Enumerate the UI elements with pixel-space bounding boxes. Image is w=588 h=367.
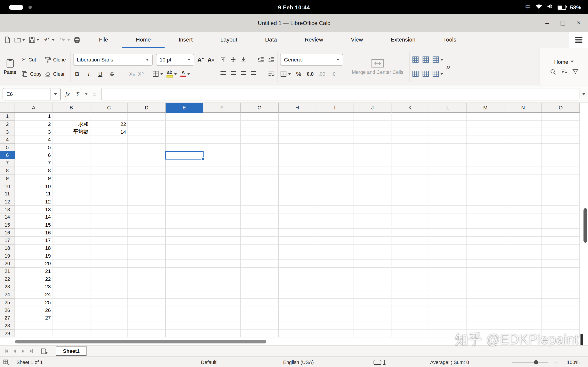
cell-L1[interactable] [429, 113, 467, 120]
cell-M12[interactable] [467, 198, 504, 206]
align-left-button[interactable] [220, 70, 226, 77]
cell-I2[interactable] [316, 120, 354, 128]
ribbon-overflow-button[interactable]: » [443, 48, 453, 85]
highlight-color-button[interactable]: ab [166, 70, 177, 77]
cell-J9[interactable] [354, 175, 391, 183]
row-header-15[interactable]: 15 [0, 221, 15, 229]
cell-K3[interactable] [391, 128, 429, 136]
cell-F11[interactable] [203, 190, 241, 198]
menu-hamburger-button[interactable] [569, 32, 588, 48]
cell-A21[interactable]: 21 [15, 268, 52, 275]
cell-B13[interactable] [52, 206, 90, 214]
cell-E13[interactable] [166, 206, 203, 214]
cell-D3[interactable] [128, 128, 166, 136]
row-header-22[interactable]: 22 [0, 275, 15, 283]
cell-L20[interactable] [429, 260, 467, 268]
cell-D6[interactable] [128, 151, 166, 159]
cell-J15[interactable] [354, 221, 391, 229]
cell-B15[interactable] [52, 221, 90, 229]
decrease-indent-button[interactable] [268, 56, 275, 63]
cell-G12[interactable] [241, 198, 279, 206]
cell-K25[interactable] [391, 299, 429, 307]
cell-L17[interactable] [429, 237, 467, 244]
cell-A16[interactable]: 16 [15, 229, 52, 237]
cell-C17[interactable] [90, 237, 128, 244]
cell-D7[interactable] [128, 159, 166, 167]
cell-C1[interactable] [90, 113, 128, 120]
cell-G25[interactable] [241, 299, 279, 307]
cell-N24[interactable] [504, 291, 542, 299]
cell-O13[interactable] [542, 206, 580, 214]
cell-B2[interactable]: 求和 [52, 120, 90, 128]
cell-G29[interactable] [241, 330, 279, 337]
save-button[interactable] [28, 36, 39, 43]
cell-G17[interactable] [241, 237, 279, 244]
cell-E3[interactable] [166, 128, 203, 136]
justify-button[interactable] [250, 70, 257, 77]
cell-I3[interactable] [316, 128, 354, 136]
tab-review[interactable]: Review [291, 32, 337, 48]
cell-N15[interactable] [504, 221, 542, 229]
cell-G19[interactable] [241, 252, 279, 260]
cell-D24[interactable] [128, 291, 166, 299]
column-header-K[interactable]: K [391, 103, 429, 113]
cell-D11[interactable] [128, 190, 166, 198]
cell-F28[interactable] [203, 322, 241, 330]
cell-O9[interactable] [542, 175, 580, 183]
cell-F15[interactable] [203, 221, 241, 229]
strikethrough-button[interactable]: S [108, 71, 116, 77]
cell-K6[interactable] [391, 151, 429, 159]
column-header-A[interactable]: A [15, 103, 52, 113]
cell-D25[interactable] [128, 299, 166, 307]
cell-E16[interactable] [166, 229, 203, 237]
tab-tools[interactable]: Tools [429, 32, 470, 48]
cell-I15[interactable] [316, 221, 354, 229]
cell-G2[interactable] [241, 120, 279, 128]
zoom-track[interactable] [512, 362, 548, 362]
font-size-select[interactable]: 10 pt [156, 54, 194, 65]
tab-home[interactable]: Home [122, 32, 165, 48]
delete-row-button[interactable] [412, 70, 419, 77]
cell-F6[interactable] [203, 151, 241, 159]
cell-C3[interactable]: 14 [90, 128, 128, 136]
cell-B1[interactable] [52, 113, 90, 120]
cell-G3[interactable] [241, 128, 279, 136]
cell-N26[interactable] [504, 307, 542, 314]
cell-E14[interactable] [166, 214, 203, 221]
cell-O25[interactable] [542, 299, 580, 307]
cell-G11[interactable] [241, 190, 279, 198]
cell-N2[interactable] [504, 120, 542, 128]
cell-F19[interactable] [203, 252, 241, 260]
sheet-overview-button[interactable] [3, 357, 9, 367]
cell-C11[interactable] [90, 190, 128, 198]
cell-A22[interactable]: 22 [15, 275, 52, 283]
cell-M11[interactable] [467, 190, 504, 198]
cell-L4[interactable] [429, 136, 467, 144]
cell-K2[interactable] [391, 120, 429, 128]
cell-G14[interactable] [241, 214, 279, 221]
cell-N23[interactable] [504, 283, 542, 291]
column-header-M[interactable]: M [467, 103, 504, 113]
cell-L28[interactable] [429, 322, 467, 330]
copy-button[interactable]: Copy [20, 70, 43, 77]
column-header-C[interactable]: C [90, 103, 128, 113]
cell-E18[interactable] [166, 244, 203, 252]
cell-O1[interactable] [542, 113, 580, 120]
cell-B7[interactable] [52, 159, 90, 167]
cell-G15[interactable] [241, 221, 279, 229]
print-button[interactable] [73, 36, 81, 43]
cell-B10[interactable] [52, 182, 90, 190]
cell-L11[interactable] [429, 190, 467, 198]
cell-N6[interactable] [504, 151, 542, 159]
column-header-L[interactable]: L [429, 103, 467, 113]
cell-N25[interactable] [504, 299, 542, 307]
cell-J14[interactable] [354, 214, 391, 221]
cell-A28[interactable] [15, 322, 52, 330]
open-file-button[interactable] [14, 36, 25, 43]
cell-M21[interactable] [467, 268, 504, 275]
cell-B16[interactable] [52, 229, 90, 237]
cell-K19[interactable] [391, 252, 429, 260]
cell-F22[interactable] [203, 275, 241, 283]
cell-F12[interactable] [203, 198, 241, 206]
cell-D13[interactable] [128, 206, 166, 214]
